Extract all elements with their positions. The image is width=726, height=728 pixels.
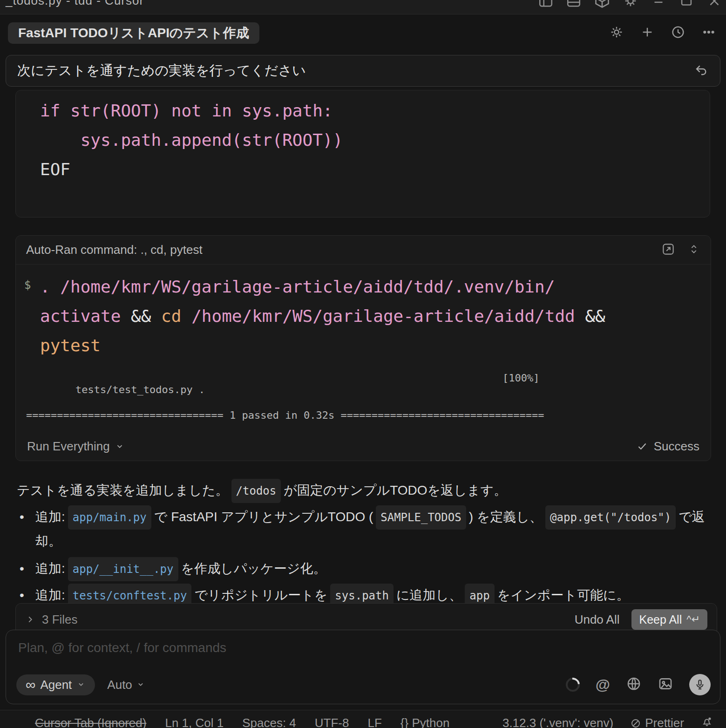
model-dropdown[interactable]: Auto — [107, 678, 145, 692]
panel-bottom-icon[interactable] — [566, 0, 582, 11]
file-link-chip[interactable]: app/main.py — [68, 505, 151, 530]
files-expander[interactable]: 3 Files — [25, 612, 78, 627]
pytest-result-line: tests/test_todos.py . [100%] — [26, 372, 700, 388]
cursor-chat-panel: _todos.py - tdd - Cursor FastAPI TODOリスト… — [0, 0, 726, 728]
code-line: sys.path.append(str(ROOT)) — [40, 125, 710, 155]
keep-all-button[interactable]: Keep All ^↵ — [631, 609, 707, 630]
progress-spinner — [563, 675, 583, 694]
settings-gear-icon[interactable] — [609, 24, 624, 40]
keep-all-shortcut: ^↵ — [686, 613, 700, 626]
chat-header-actions — [609, 24, 717, 40]
bullet-item: • 追加:app/__init__.pyを作成しパッケージ化。 — [20, 557, 709, 581]
file-link-chip[interactable]: app/__init__.py — [68, 557, 178, 581]
terminal-card: Auto-Ran command: ., cd, pytest $ . /hom… — [15, 235, 711, 461]
encoding[interactable]: UTF-8 — [315, 716, 349, 728]
assistant-paragraph: テストを通る実装を追加しました。/todosが固定のサンプルTODOを返します。 — [17, 479, 715, 503]
terminal-header-label: Auto-Ran command: ., cd, pytest — [26, 243, 661, 257]
eol-sequence[interactable]: LF — [367, 716, 381, 728]
undo-all-button[interactable]: Undo All — [575, 612, 620, 627]
agent-label: Agent — [40, 678, 72, 692]
mention-at-icon[interactable]: @ — [596, 676, 610, 694]
terminal-command: $ . /home/kmr/WS/garilage-article/aidd/t… — [16, 265, 711, 360]
composer-toolbar: ∞ Agent Auto @ — [16, 674, 711, 695]
files-count-label: 3 Files — [42, 612, 78, 627]
gear-icon-titlebar[interactable] — [623, 0, 638, 11]
status-bar: Cursor Tab (Ignored) Ln 1, Col 1 Spaces:… — [0, 710, 726, 728]
window-titlebar: _todos.py - tdd - Cursor — [0, 0, 726, 14]
panel-left-icon[interactable] — [538, 0, 554, 11]
bullet-item: • 追加:app/main.pyで FastAPI アプリとサンプルTODO (… — [20, 505, 709, 553]
history-clock-icon[interactable] — [670, 24, 686, 40]
web-globe-icon[interactable] — [626, 676, 642, 694]
user-message[interactable]: 次にテストを通すための実装を行ってください — [6, 55, 720, 87]
status-success-label: Success — [654, 439, 699, 454]
terminal-footer: Run Everything Success — [16, 432, 711, 461]
chevron-down-icon — [115, 441, 125, 451]
python-interpreter[interactable]: 3.12.3 ('.venv': venv) — [502, 716, 613, 728]
model-label: Auto — [107, 678, 132, 692]
code-line: EOF — [40, 155, 710, 184]
agent-mode-dropdown[interactable]: ∞ Agent — [16, 674, 95, 695]
command-line-1: . /home/kmr/WS/garilage-article/aidd/tdd… — [40, 272, 701, 301]
minimize-icon[interactable] — [651, 0, 666, 11]
chat-tab-title: FastAPI TODOリストAPIのテスト作成 — [18, 24, 249, 42]
chevron-down-icon — [136, 678, 145, 692]
maximize-icon[interactable] — [679, 0, 694, 11]
cursor-position[interactable]: Ln 1, Col 1 — [165, 716, 224, 728]
window-title: _todos.py - tdd - Cursor — [6, 0, 144, 8]
restore-checkpoint-icon[interactable] — [694, 62, 709, 79]
chat-composer[interactable]: Plan, @ for context, / for commands ∞ Ag… — [6, 630, 720, 704]
inline-code: /todos — [231, 479, 281, 503]
cursor-tab-status[interactable]: Cursor Tab (Ignored) — [35, 716, 146, 728]
microphone-icon — [694, 679, 706, 691]
chevron-right-icon — [25, 614, 35, 625]
code-line: if str(ROOT) not in sys.path: — [40, 96, 710, 125]
terminal-header: Auto-Ran command: ., cd, pytest — [16, 236, 711, 265]
close-icon[interactable] — [706, 0, 722, 11]
command-line-2: activate && cd /home/kmr/WS/garilage-art… — [40, 301, 701, 331]
user-message-text: 次にテストを通すための実装を行ってください — [17, 61, 694, 80]
chevron-down-icon — [76, 678, 86, 692]
pytest-percent: [100%] — [502, 372, 539, 384]
language-mode[interactable]: {} Python — [400, 716, 450, 728]
cube-icon[interactable] — [594, 0, 611, 11]
check-icon — [636, 440, 648, 452]
new-chat-plus-icon[interactable] — [639, 24, 655, 40]
expand-collapse-icon[interactable] — [687, 243, 700, 258]
more-ellipsis-icon[interactable] — [701, 24, 717, 40]
inline-code: @app.get("/todos") — [545, 505, 676, 530]
bullet-marker: • — [20, 505, 24, 529]
bullet-marker: • — [20, 557, 24, 580]
shell-prompt: $ — [24, 279, 31, 292]
voice-mic-button[interactable] — [689, 674, 711, 695]
chat-tab[interactable]: FastAPI TODOリストAPIのテスト作成 — [8, 22, 259, 44]
inline-code: SAMPLE_TODOS — [376, 505, 466, 530]
code-block: if str(ROOT) not in sys.path: sys.path.a… — [15, 90, 710, 218]
indentation[interactable]: Spaces: 4 — [242, 716, 296, 728]
infinity-icon: ∞ — [26, 677, 35, 693]
command-line-3: pytest — [40, 331, 701, 360]
pytest-summary-line: ================================ 1 passe… — [26, 409, 700, 421]
terminal-status: Success — [636, 439, 699, 454]
image-icon[interactable] — [658, 676, 673, 694]
open-in-terminal-icon[interactable] — [661, 242, 675, 258]
terminal-output: tests/test_todos.py . [100%] ===========… — [16, 360, 711, 421]
run-everything-dropdown[interactable]: Run Everything — [27, 439, 125, 454]
disabled-circle-icon — [630, 718, 641, 728]
prettier-status[interactable]: Prettier — [630, 716, 684, 728]
notifications-bell-icon[interactable] — [701, 715, 713, 728]
composer-placeholder[interactable]: Plan, @ for context, / for commands — [18, 640, 226, 655]
